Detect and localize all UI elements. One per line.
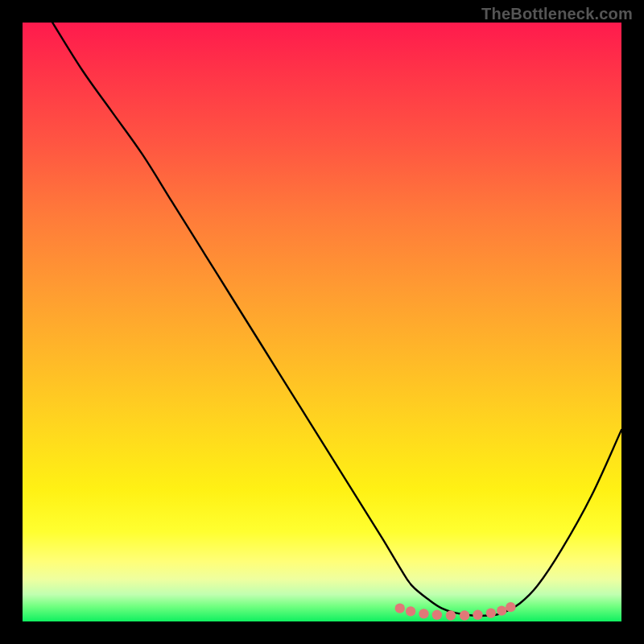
annotation-dot [473,610,482,620]
annotation-dot [419,609,428,618]
annotation-dot [460,610,469,620]
figure-root: TheBottleneck.com [0,0,644,644]
annotation-dots-group [395,602,516,621]
plot-area [23,23,621,621]
annotation-dot [395,603,405,613]
annotation-dot [506,602,515,612]
annotation-dot [432,610,442,620]
bottleneck-curve [52,23,621,616]
annotation-dot [486,608,496,617]
watermark-text: TheBottleneck.com [481,5,633,23]
annotation-dot [406,606,415,616]
annotation-dot [497,605,506,615]
annotation-dot [446,610,456,620]
curve-overlay-svg [23,23,621,621]
